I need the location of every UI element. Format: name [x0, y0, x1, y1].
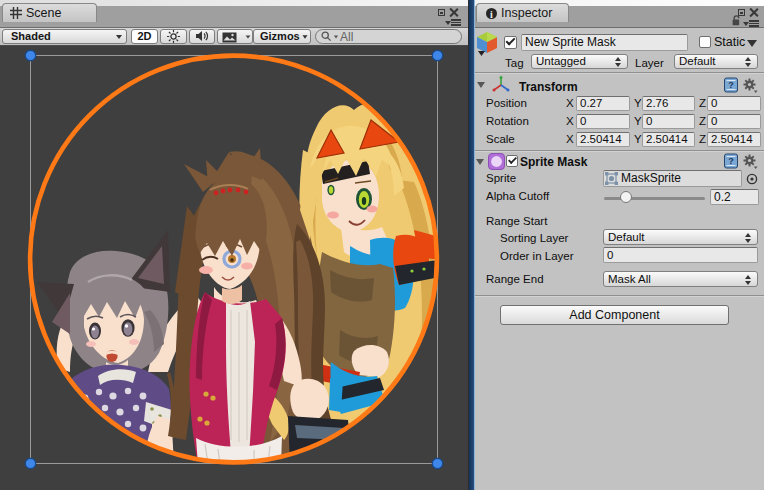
svg-text:?: ? — [728, 156, 734, 166]
svg-text:?: ? — [728, 80, 734, 90]
